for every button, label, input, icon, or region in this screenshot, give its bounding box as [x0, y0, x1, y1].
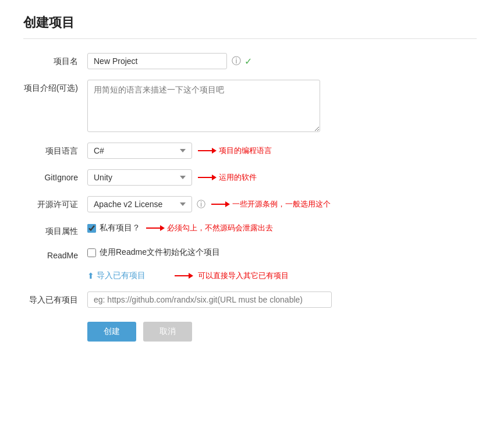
gitignore-select[interactable]: Unity Visual Studio Node Python Java Non…: [87, 169, 192, 186]
license-info-icon[interactable]: ⓘ: [197, 199, 205, 210]
cancel-button[interactable]: 取消: [143, 322, 192, 342]
info-icon[interactable]: ⓘ: [232, 55, 241, 67]
project-language-label: 项目语言: [23, 143, 87, 157]
import-row-content: ⬆ 导入已有项目 可以直接导入其它已有项目: [87, 271, 289, 281]
private-project-label: 私有项目？: [100, 223, 140, 233]
import-link-content: ⬆ 导入已有项目 可以直接导入其它已有项目: [87, 271, 477, 281]
import-link-label: [23, 271, 87, 274]
red-arrow-import: [175, 272, 193, 280]
import-annotation: 可以直接导入其它已有项目: [175, 271, 289, 281]
project-desc-row: 项目介绍(可选): [23, 80, 477, 132]
project-name-row: 项目名 ⓘ ✓: [23, 53, 477, 69]
property-annotation-text: 必须勾上，不然源码会泄露出去: [167, 223, 273, 233]
import-link-text: 导入已有项目: [97, 271, 146, 281]
project-name-input[interactable]: [87, 53, 227, 69]
open-license-select[interactable]: Apache v2 License MIT License GPL v3 BSD…: [87, 196, 192, 212]
red-arrow-license: [211, 200, 230, 208]
readme-content: 使用Readme文件初始化这个项目: [87, 247, 477, 258]
project-property-label: 项目属性: [23, 223, 87, 237]
page-container: 创建项目 项目名 ⓘ ✓ 项目介绍(可选) 项目语言 C# Java Pytho…: [0, 0, 500, 355]
gitignore-label: GitIgnore: [23, 169, 87, 182]
import-link-button[interactable]: ⬆ 导入已有项目: [87, 271, 146, 281]
open-license-label: 开源许可证: [23, 196, 87, 210]
private-project-checkbox[interactable]: [87, 224, 96, 233]
red-arrow-gitignore: [198, 173, 217, 182]
red-arrow-language: [198, 147, 217, 155]
page-title: 创建项目: [23, 14, 477, 39]
red-arrow-property: [146, 224, 165, 232]
gitignore-content: Unity Visual Studio Node Python Java Non…: [87, 169, 477, 186]
language-annotation-text: 项目的编程语言: [219, 145, 272, 156]
import-url-label: 导入已有项目: [23, 291, 87, 305]
readme-label: ReadMe: [23, 247, 87, 260]
readme-checkbox-label: 使用Readme文件初始化这个项目: [100, 247, 220, 258]
project-name-content: ⓘ ✓: [87, 53, 477, 69]
project-language-row: 项目语言 C# Java Python JavaScript Go C++ 项目…: [23, 143, 477, 159]
project-language-select[interactable]: C# Java Python JavaScript Go C++: [87, 143, 192, 159]
import-icon: ⬆: [87, 271, 94, 280]
import-link-row: ⬆ 导入已有项目 可以直接导入其它已有项目: [23, 271, 477, 281]
open-license-controls: Apache v2 License MIT License GPL v3 BSD…: [87, 196, 205, 212]
project-name-icons: ⓘ ✓: [232, 55, 252, 67]
readme-checkbox-row: 使用Readme文件初始化这个项目: [87, 247, 220, 258]
project-property-row: 项目属性 私有项目？ 必须勾上，不然源码会泄露出去: [23, 223, 477, 237]
project-desc-input[interactable]: [87, 80, 320, 132]
readme-row: ReadMe 使用Readme文件初始化这个项目: [23, 247, 477, 260]
project-language-content: C# Java Python JavaScript Go C++ 项目的编程语言: [87, 143, 477, 159]
gitignore-row: GitIgnore Unity Visual Studio Node Pytho…: [23, 169, 477, 186]
project-name-label: 项目名: [23, 53, 87, 67]
gitignore-annotation: 运用的软件: [198, 172, 257, 183]
open-license-content: Apache v2 License MIT License GPL v3 BSD…: [87, 196, 477, 212]
project-property-content: 私有项目？ 必须勾上，不然源码会泄露出去: [87, 223, 477, 233]
project-desc-content: [87, 80, 477, 132]
readme-checkbox[interactable]: [87, 248, 96, 257]
project-desc-label: 项目介绍(可选): [23, 80, 87, 94]
language-annotation: 项目的编程语言: [198, 145, 272, 156]
property-annotation: 必须勾上，不然源码会泄露出去: [146, 223, 273, 233]
license-annotation: 一些开源条例，一般选用这个: [211, 199, 331, 209]
gitignore-annotation-text: 运用的软件: [219, 172, 257, 183]
button-row: 创建 取消: [87, 322, 477, 342]
private-project-checkbox-row: 私有项目？: [87, 223, 140, 233]
license-annotation-text: 一些开源条例，一般选用这个: [232, 199, 331, 209]
import-url-input[interactable]: [87, 291, 332, 308]
import-url-content: [87, 291, 477, 308]
create-button[interactable]: 创建: [87, 322, 136, 342]
import-url-row: 导入已有项目: [23, 291, 477, 308]
import-annotation-text: 可以直接导入其它已有项目: [198, 271, 289, 281]
check-icon: ✓: [244, 56, 252, 67]
open-license-row: 开源许可证 Apache v2 License MIT License GPL …: [23, 196, 477, 212]
